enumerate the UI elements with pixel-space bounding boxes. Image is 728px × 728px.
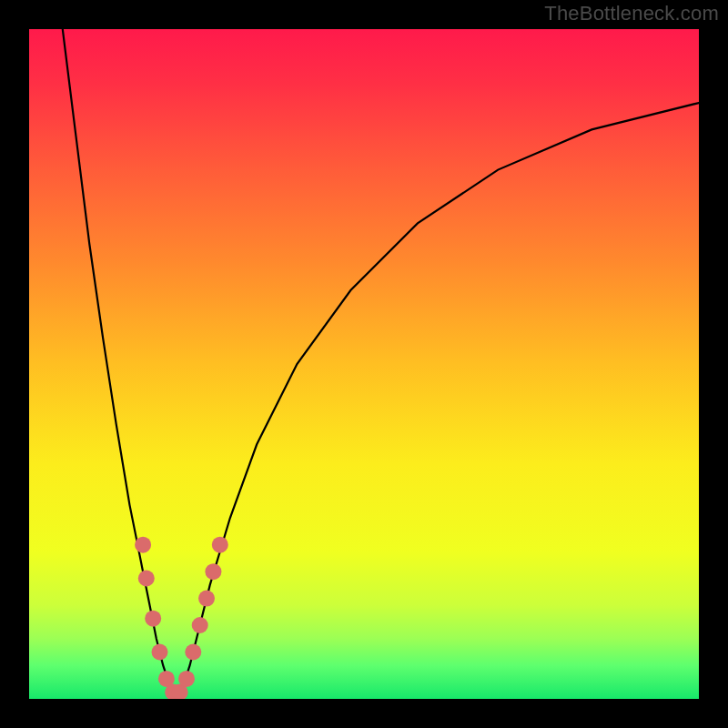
plot-area	[29, 29, 699, 699]
data-marker	[138, 571, 155, 587]
chart-frame: TheBottleneck.com	[0, 0, 728, 728]
data-marker	[205, 563, 221, 580]
data-marker	[178, 671, 195, 687]
data-marker	[198, 591, 215, 607]
data-marker	[145, 611, 161, 627]
data-marker	[135, 537, 151, 553]
curve-path	[63, 29, 699, 693]
data-marker	[152, 644, 168, 661]
bottleneck-curve	[29, 29, 699, 699]
data-marker	[185, 644, 201, 661]
data-marker	[192, 617, 208, 633]
data-marker	[212, 537, 228, 553]
watermark-text: TheBottleneck.com	[544, 2, 719, 25]
